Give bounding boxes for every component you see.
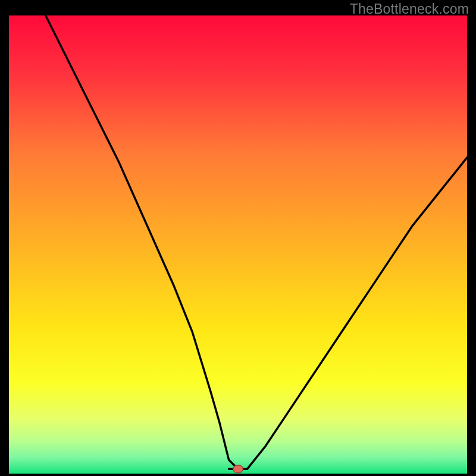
gradient-background <box>9 15 467 474</box>
watermark-text: TheBottleneck.com <box>350 1 469 17</box>
bottleneck-chart <box>9 15 467 474</box>
chart-frame <box>9 15 467 474</box>
optimum-marker <box>233 465 243 473</box>
